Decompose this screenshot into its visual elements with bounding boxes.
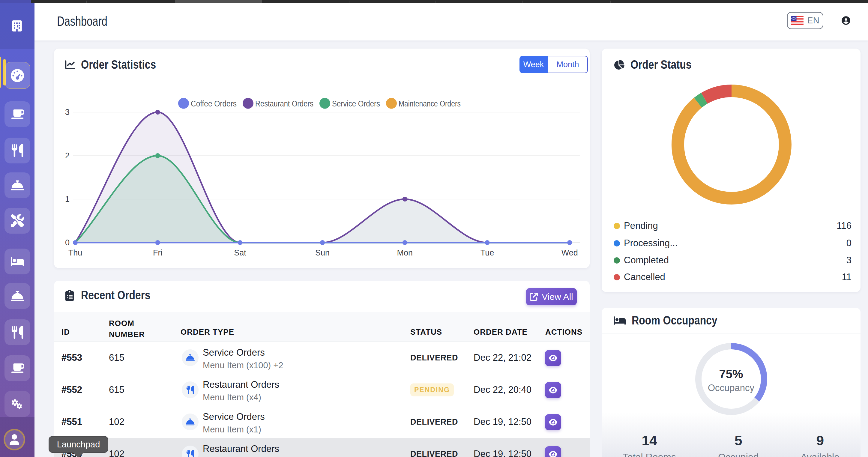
svg-text:Fri: Fri	[153, 248, 162, 257]
svg-text:3: 3	[65, 108, 70, 117]
svg-text:Service Orders: Service Orders	[332, 99, 380, 108]
svg-text:Wed: Wed	[561, 248, 578, 257]
svg-text:1: 1	[65, 195, 70, 204]
svg-text:Tue: Tue	[480, 248, 494, 257]
svg-text:Coffee Orders: Coffee Orders	[191, 99, 237, 108]
svg-text:Sun: Sun	[315, 248, 330, 257]
svg-text:Restaurant Orders: Restaurant Orders	[255, 99, 313, 108]
svg-text:Maintenance Orders: Maintenance Orders	[399, 99, 461, 108]
svg-text:2: 2	[65, 151, 70, 160]
svg-text:Thu: Thu	[68, 248, 83, 257]
svg-text:Sat: Sat	[234, 248, 246, 257]
svg-text:Mon: Mon	[397, 248, 413, 257]
svg-text:0: 0	[65, 238, 70, 247]
